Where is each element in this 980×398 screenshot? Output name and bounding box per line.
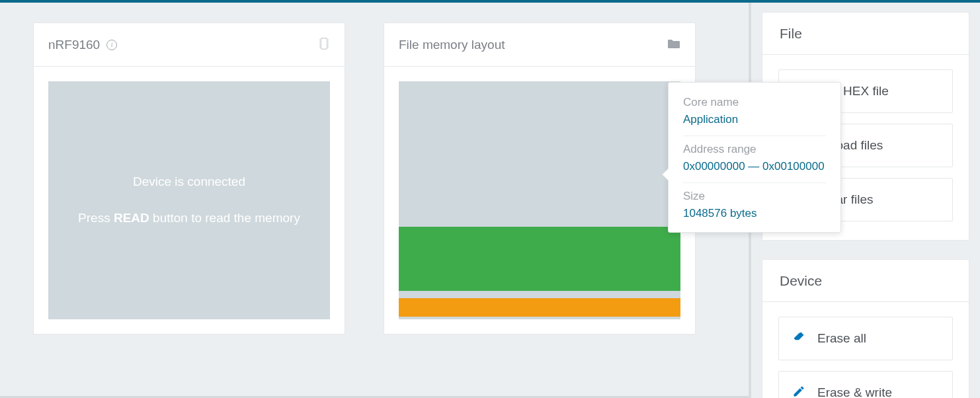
core-info-popover: Core name Application Address range 0x00… [668,82,841,233]
memory-segment-orange[interactable] [399,298,680,317]
hint-post: button to read the memory [149,211,300,225]
file-layout-card-header: File memory layout [384,23,695,67]
chip-icon [318,36,330,54]
device-panel-body: Erase all Erase & write [762,302,969,398]
size-value: 1048576 bytes [683,207,826,220]
erase-write-label: Erase & write [817,385,892,398]
device-card-body: Device is connected Press READ button to… [34,67,345,334]
popover-core-name-row: Core name Application [683,96,826,136]
eraser-icon [792,331,805,347]
address-range-value: 0x00000000 — 0x00100000 [683,160,826,173]
device-card-title-group: nRF9160 i [48,38,117,52]
hint-bold: READ [114,211,149,225]
erase-all-button[interactable]: Erase all [778,317,953,360]
device-memory-box: Device is connected Press READ button to… [48,81,330,319]
address-range-label: Address range [683,143,826,156]
pencil-icon [792,385,805,399]
erase-write-button[interactable]: Erase & write [778,371,953,398]
device-read-hint: Press READ button to read the memory [78,210,300,227]
device-card-title: nRF9160 [48,38,100,52]
folder-icon [667,38,680,52]
device-card: nRF9160 i Device is connected [33,22,345,335]
device-panel: Device Erase all Erase & write [762,259,969,398]
core-name-label: Core name [683,96,826,109]
erase-all-label: Erase all [817,331,866,346]
device-panel-header: Device [762,260,969,302]
core-name-value: Application [683,113,826,126]
memory-segment-green[interactable] [399,227,680,291]
file-layout-card: File memory layout [384,22,696,335]
device-memory-text: Device is connected Press READ button to… [78,173,300,227]
info-icon[interactable]: i [106,40,117,50]
file-layout-card-title: File memory layout [399,38,505,52]
device-connected-text: Device is connected [78,173,300,191]
size-label: Size [683,190,826,203]
popover-size-row: Size 1048576 bytes [683,183,826,220]
app-root: nRF9160 i Device is connected [0,3,980,398]
popover-address-row: Address range 0x00000000 — 0x00100000 [683,136,826,183]
svg-rect-0 [321,38,327,49]
file-panel-header: File [762,13,969,55]
file-layout-card-body [384,67,695,334]
main-area: nRF9160 i Device is connected [0,3,749,398]
device-card-header: nRF9160 i [34,23,345,67]
file-memory-box[interactable] [399,81,680,319]
hint-pre: Press [78,211,114,225]
